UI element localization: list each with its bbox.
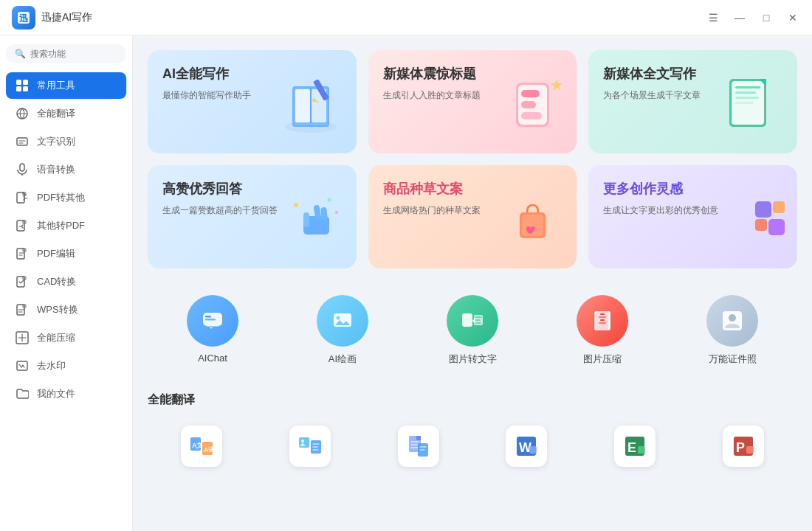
svg-point-46 xyxy=(335,211,338,214)
icon-item-img-compress[interactable]: 图片压缩 xyxy=(565,286,640,375)
search-input[interactable] xyxy=(30,49,117,59)
svg-rect-31 xyxy=(521,101,536,108)
main-layout: 🔍 常用工具 全能翻译 xyxy=(0,35,812,531)
translate-doc-icon xyxy=(398,426,439,467)
pdf-edit-icon xyxy=(15,246,30,261)
card-illustration-ai-writing xyxy=(274,72,348,148)
translate-doc-item[interactable] xyxy=(389,420,448,473)
svg-text:P: P xyxy=(736,440,745,455)
svg-rect-52 xyxy=(755,219,767,231)
translate-text-item[interactable]: A文 A译 xyxy=(172,420,231,473)
sidebar-label-compress: 全能压缩 xyxy=(37,331,75,344)
svg-point-45 xyxy=(294,203,298,207)
feature-cards-grid: AI全能写作 最懂你的智能写作助手 xyxy=(148,50,797,268)
search-box[interactable]: 🔍 xyxy=(6,44,126,63)
sidebar-item-compress[interactable]: 全能压缩 xyxy=(6,324,126,351)
svg-rect-59 xyxy=(462,313,472,327)
img-compress-label: 图片压缩 xyxy=(583,353,622,366)
sidebar-item-pdf-to-other[interactable]: PDF转其他 xyxy=(6,184,126,211)
wps-icon xyxy=(15,302,30,317)
ai-paint-circle xyxy=(317,295,368,347)
translate-img-item[interactable] xyxy=(281,420,340,473)
sidebar-label-ocr: 文字识别 xyxy=(37,135,75,148)
sidebar-label-cad: CAD转换 xyxy=(37,275,76,288)
tools-icon xyxy=(15,78,30,93)
card-illustration-product-copy xyxy=(494,187,568,263)
icon-item-aichat[interactable]: AIChat xyxy=(175,286,250,375)
svg-point-68 xyxy=(729,314,736,322)
sidebar-item-common-tools[interactable]: 常用工具 xyxy=(6,72,126,99)
svg-marker-33 xyxy=(551,79,562,91)
card-illustration-inspiration xyxy=(715,187,788,263)
sidebar-item-cad[interactable]: CAD转换 xyxy=(6,268,126,295)
translate-word-item[interactable]: W xyxy=(497,420,556,473)
card-inspiration[interactable]: 更多创作灵感 生成让文字更出彩的优秀创意 xyxy=(588,165,797,268)
svg-rect-53 xyxy=(768,219,785,235)
svg-rect-25 xyxy=(295,89,310,122)
card-illustration-headline xyxy=(494,72,568,148)
window-controls: ☰ — □ ✕ xyxy=(706,10,800,25)
card-ai-writing[interactable]: AI全能写作 最懂你的智能写作助手 xyxy=(148,50,357,153)
svg-text:A文: A文 xyxy=(192,442,204,449)
card-illustration-high-praise xyxy=(274,187,348,263)
sidebar: 🔍 常用工具 全能翻译 xyxy=(0,35,133,531)
svg-point-58 xyxy=(337,316,340,320)
sidebar-item-ocr[interactable]: 文字识别 xyxy=(6,128,126,155)
app-title: 迅捷AI写作 xyxy=(41,11,706,24)
svg-rect-50 xyxy=(755,201,771,218)
svg-point-74 xyxy=(301,440,304,442)
sidebar-item-watermark[interactable]: 去水印 xyxy=(6,353,126,379)
card-headline[interactable]: 新媒体震惊标题 生成引人入胜的文章标题 xyxy=(368,50,577,153)
card-product-copy[interactable]: 商品种草文案 生成网络热门的种草文案 xyxy=(368,165,577,268)
svg-rect-7 xyxy=(17,138,27,145)
watermark-icon xyxy=(15,358,30,373)
ocr-icon xyxy=(15,134,30,149)
translate-section-title: 全能翻译 xyxy=(148,392,797,408)
search-icon: 🔍 xyxy=(15,49,26,59)
icon-item-ai-paint[interactable]: AI绘画 xyxy=(305,286,380,375)
minimize-button[interactable]: — xyxy=(732,10,747,25)
svg-rect-4 xyxy=(16,86,21,91)
card-illustration-full-writing xyxy=(715,72,788,148)
translate-ppt-icon: P xyxy=(723,426,764,467)
id-photo-label: 万能证件照 xyxy=(709,353,757,366)
sidebar-item-translate[interactable]: 全能翻译 xyxy=(6,100,126,127)
icon-item-img-to-text[interactable]: 图片转文字 xyxy=(435,286,510,375)
sidebar-label-myfiles: 我的文件 xyxy=(37,387,75,400)
sidebar-item-pdf-edit[interactable]: PDF编辑 xyxy=(6,240,126,267)
img-to-text-circle xyxy=(447,295,498,347)
svg-rect-55 xyxy=(205,316,211,318)
content-area: AI全能写作 最懂你的智能写作助手 xyxy=(133,35,812,531)
img-compress-circle xyxy=(577,295,628,347)
svg-rect-65 xyxy=(600,319,605,321)
svg-text:迅: 迅 xyxy=(19,13,29,24)
sidebar-label-wps: WPS转换 xyxy=(37,303,78,316)
sidebar-label-other-to-pdf: 其他转PDF xyxy=(37,219,85,232)
svg-rect-30 xyxy=(521,90,540,97)
svg-text:E: E xyxy=(627,440,636,455)
translate-img-icon xyxy=(289,426,331,467)
sidebar-label-pdf-edit: PDF编辑 xyxy=(37,247,75,260)
icon-tools-row: AIChat AI绘画 xyxy=(148,286,797,375)
close-button[interactable]: ✕ xyxy=(785,10,800,25)
menu-button[interactable]: ☰ xyxy=(706,10,720,25)
svg-rect-64 xyxy=(599,316,606,318)
svg-text:A译: A译 xyxy=(204,446,215,454)
svg-rect-87 xyxy=(746,446,754,454)
sidebar-item-myfiles[interactable]: 我的文件 xyxy=(6,381,126,407)
icon-item-id-photo[interactable]: 万能证件照 xyxy=(695,286,770,375)
sidebar-item-other-to-pdf[interactable]: 其他转PDF xyxy=(6,212,126,239)
translate-excel-item[interactable]: E xyxy=(605,420,664,473)
sidebar-item-speech[interactable]: 语音转换 xyxy=(6,156,126,183)
svg-rect-8 xyxy=(20,164,24,171)
card-high-praise[interactable]: 高赞优秀回答 生成一篇赞数超高的干货回答 xyxy=(148,165,357,268)
svg-rect-84 xyxy=(638,446,645,454)
sidebar-label-common-tools: 常用工具 xyxy=(37,79,75,92)
titlebar: 迅 迅捷AI写作 ☰ — □ ✕ xyxy=(0,0,812,35)
sidebar-item-wps[interactable]: WPS转换 xyxy=(6,296,126,323)
translate-ppt-item[interactable]: P xyxy=(714,420,773,473)
maximize-button[interactable]: □ xyxy=(759,10,774,25)
svg-rect-32 xyxy=(521,112,542,119)
translate-icon-row: A文 A译 xyxy=(148,420,797,473)
card-full-writing[interactable]: 新媒体全文写作 为各个场景生成千字文章 xyxy=(588,50,797,153)
